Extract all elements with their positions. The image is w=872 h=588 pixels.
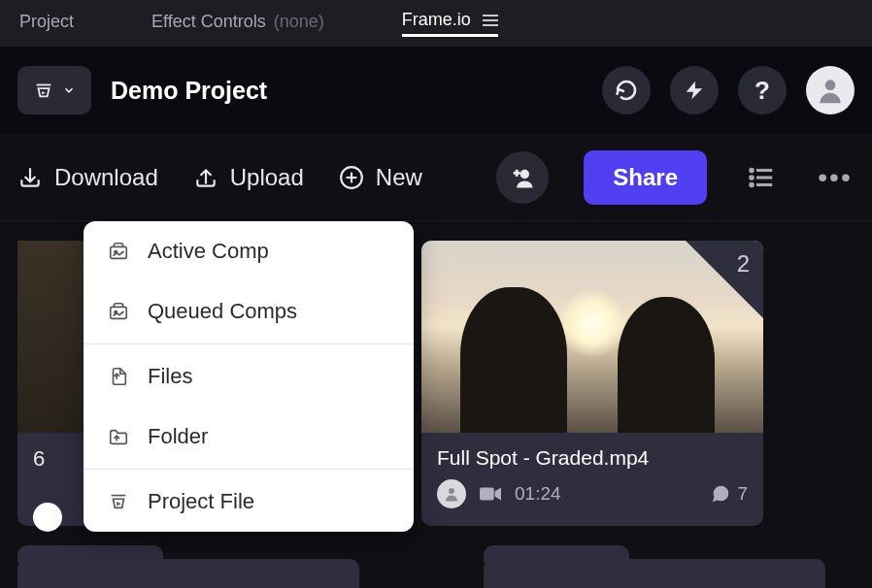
tab-frameio[interactable]: Frame.io [402,10,498,37]
version-count: 2 [737,250,750,278]
list-icon [747,163,776,192]
new-label: New [376,164,422,191]
user-avatar[interactable] [806,66,855,114]
tab-frameio-label: Frame.io [402,10,471,30]
asset-duration: 01:24 [515,483,561,505]
folder-card-peek[interactable] [17,559,359,588]
asset-title: Full Spot - Graded.mp4 [437,446,748,470]
project-title: Demo Project [111,77,267,105]
svg-rect-16 [480,488,494,501]
new-button[interactable]: New [339,164,422,191]
asset-meta: Full Spot - Graded.mp4 01:24 7 [421,433,763,526]
dots-icon: ••• [818,162,852,193]
menu-folder[interactable]: Folder [84,407,414,467]
upload-label: Upload [230,164,304,191]
menu-project-file[interactable]: Project File [84,472,414,532]
video-icon [480,485,501,503]
menu-label: Folder [148,424,208,449]
tab-effect-none: (none) [274,12,324,32]
tab-project[interactable]: Project [19,12,74,36]
new-upload-menu: Active Comp Queued Comps Files Folder Pr… [84,221,414,532]
download-button[interactable]: Download [17,164,158,191]
plus-circle-icon [339,165,364,190]
share-button[interactable]: Share [584,150,707,205]
add-collaborator-button[interactable] [496,151,549,204]
panel-tabs-bar: Project Effect Controls (none) Frame.io [0,0,872,47]
comments-count[interactable]: 7 [710,483,748,505]
refresh-button[interactable] [602,66,651,114]
lightning-button[interactable] [670,66,719,114]
comment-icon [710,483,731,505]
menu-label: Active Comp [148,239,269,264]
svg-point-12 [751,169,754,172]
svg-marker-17 [495,488,501,501]
asset-thumbnail: 2 [421,241,763,433]
lightning-icon [684,80,705,101]
menu-separator [84,343,414,344]
menu-label: Queued Comps [148,299,297,324]
folder-upload-icon [107,425,130,448]
add-user-icon [509,164,536,191]
svg-marker-1 [687,82,703,99]
project-switcher[interactable] [17,66,91,114]
svg-point-13 [751,176,754,179]
tab-effect-controls[interactable]: Effect Controls (none) [151,12,324,36]
tab-effect-label: Effect Controls [151,12,266,32]
project-icon [33,80,54,101]
svg-point-6 [520,169,529,178]
question-icon: ? [755,76,770,106]
comp-icon [107,300,130,323]
asset-label-prefix: 6 [33,446,45,472]
help-button[interactable]: ? [738,66,787,114]
chevron-down-icon [62,83,76,97]
project-header: Demo Project ? [0,47,872,134]
menu-files[interactable]: Files [84,346,414,407]
svg-point-15 [449,488,454,494]
comp-icon [107,240,130,263]
menu-separator [84,469,414,470]
menu-queued-comps[interactable]: Queued Comps [84,281,414,342]
refresh-icon [615,79,638,102]
svg-rect-20 [111,307,127,318]
version-badge: 2 [686,241,763,318]
collaborator-avatar [33,503,62,532]
upload-icon [193,165,218,190]
svg-marker-0 [42,91,46,95]
user-icon [443,485,460,503]
user-icon [815,75,846,106]
svg-rect-18 [111,246,127,258]
more-actions-button[interactable]: ••• [816,162,855,193]
next-row-peek [17,559,825,588]
download-icon [17,165,43,190]
asset-card[interactable]: 2 Full Spot - Graded.mp4 01:24 7 [421,241,763,526]
upload-button[interactable]: Upload [193,164,304,191]
uploader-avatar [437,479,466,508]
menu-label: Files [148,364,192,389]
file-upload-icon [107,365,130,388]
menu-active-comp[interactable]: Active Comp [84,221,414,281]
list-view-toggle[interactable] [742,163,781,192]
menu-label: Project File [148,489,254,514]
svg-marker-24 [117,502,121,506]
download-label: Download [54,164,158,191]
svg-point-2 [825,80,836,90]
comment-number: 7 [737,483,748,505]
panel-menu-icon[interactable] [483,15,498,26]
project-file-icon [107,490,130,513]
action-toolbar: Download Upload New Share ••• [0,134,872,221]
folder-card-peek[interactable] [484,559,825,588]
svg-point-14 [751,183,754,186]
